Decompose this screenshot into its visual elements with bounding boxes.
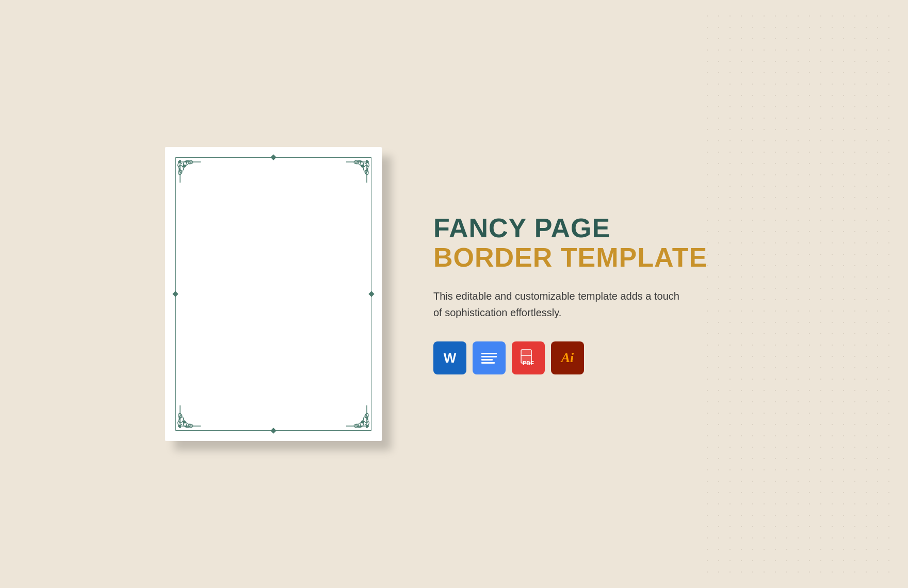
- content-wrapper: FANCY PAGE BORDER TEMPLATE This editable…: [0, 116, 908, 472]
- pdf-svg-icon: PDF: [518, 348, 538, 368]
- illustrator-icon[interactable]: Ai: [551, 341, 584, 374]
- word-icon[interactable]: W: [433, 341, 466, 374]
- docs-line-2: [481, 356, 497, 357]
- pdf-icon[interactable]: PDF: [512, 341, 545, 374]
- svg-text:PDF: PDF: [523, 360, 534, 366]
- docs-line-4: [481, 362, 495, 364]
- corner-ornament-bl: [175, 395, 211, 431]
- title-line1: FANCY PAGE: [433, 214, 743, 243]
- corner-ornament-tl: [175, 157, 211, 193]
- docs-line-3: [481, 359, 493, 361]
- border-arrow-left: [172, 291, 178, 297]
- title-line2: BORDER TEMPLATE: [433, 243, 743, 272]
- app-icons-row: W: [433, 341, 743, 374]
- ornamental-border: [175, 157, 371, 431]
- text-content: FANCY PAGE BORDER TEMPLATE This editable…: [433, 214, 743, 374]
- google-docs-icon[interactable]: [473, 341, 506, 374]
- corner-ornament-br: [336, 395, 372, 431]
- document-preview: [165, 147, 382, 441]
- corner-ornament-tr: [336, 157, 372, 193]
- border-arrow-top: [270, 154, 276, 160]
- border-arrow-bottom: [270, 428, 276, 433]
- docs-lines-icon: [479, 351, 499, 366]
- border-arrow-right: [368, 291, 374, 297]
- description-text: This editable and customizable template …: [433, 288, 681, 321]
- docs-line-1: [481, 353, 497, 354]
- document-page: [165, 147, 382, 441]
- main-container: FANCY PAGE BORDER TEMPLATE This editable…: [0, 0, 908, 588]
